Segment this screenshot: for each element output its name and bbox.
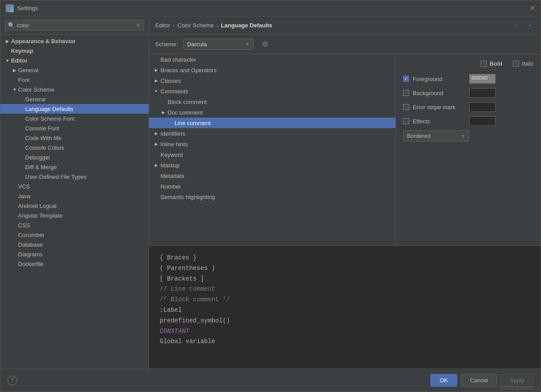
cancel-button[interactable]: Cancel: [461, 374, 497, 387]
sidebar-item-label: Android Logcat: [18, 203, 56, 209]
effects-checkbox[interactable]: [403, 118, 409, 124]
list-item-doc-comment[interactable]: Doc comment: [149, 107, 395, 118]
list-item-keyword[interactable]: Keyword: [149, 149, 395, 160]
sidebar-item-editor[interactable]: Editor: [0, 55, 149, 65]
sidebar-item-android-logcat[interactable]: Android Logcat: [0, 201, 149, 211]
preview-label: :Label: [160, 305, 530, 316]
scheme-bar: Scheme: Darcula ▼ ⚙: [149, 34, 541, 54]
search-input[interactable]: [17, 22, 136, 29]
sidebar-item-java[interactable]: Java: [0, 191, 149, 201]
sidebar-item-cs-general[interactable]: General: [0, 94, 149, 104]
arrow-icon: [153, 67, 160, 74]
foreground-label: Foreground: [413, 76, 466, 82]
sidebar-item-appearance[interactable]: Appearance & Behavior: [0, 36, 149, 46]
sidebar-item-color-scheme-font[interactable]: Color Scheme Font: [0, 114, 149, 123]
sidebar-item-angular-template[interactable]: Angular Template: [0, 211, 149, 220]
close-button[interactable]: ✕: [530, 5, 535, 12]
app-icon: [6, 4, 14, 12]
sidebar-item-database[interactable]: Database: [0, 240, 149, 249]
sidebar-item-debugger[interactable]: Debugger: [0, 152, 149, 162]
bold-option[interactable]: Bold: [481, 60, 502, 67]
error-stripe-checkbox[interactable]: [403, 104, 409, 110]
center-list: Bad character Braces and Operators Class…: [149, 54, 396, 245]
list-item-braces-ops[interactable]: Braces and Operators: [149, 65, 395, 75]
background-row: Background: [403, 88, 534, 98]
sidebar-item-dockerfile[interactable]: Dockerfile: [0, 259, 149, 269]
arrow-icon: [18, 134, 25, 141]
sidebar-item-console-colors[interactable]: Console Colors: [0, 143, 149, 152]
arrow-icon: [18, 115, 25, 122]
preview-global: Global variable: [160, 337, 530, 347]
sidebar-item-css[interactable]: CSS: [0, 220, 149, 230]
sidebar-item-label: VCS: [18, 183, 30, 190]
list-item-comments[interactable]: Comments: [149, 86, 395, 96]
ok-button[interactable]: OK: [430, 374, 457, 387]
bold-checkbox[interactable]: [481, 61, 487, 67]
sidebar-item-code-with-me[interactable]: Code With Me: [0, 133, 149, 143]
effects-type-value: Bordered: [407, 133, 458, 139]
italic-option[interactable]: Italic: [513, 60, 534, 67]
arrow-icon: [11, 76, 18, 83]
sidebar-item-user-defined[interactable]: User-Defined File Types: [0, 172, 149, 181]
sidebar-item-diagrams[interactable]: Diagrams: [0, 249, 149, 259]
effects-color-swatch[interactable]: [469, 116, 496, 126]
list-item-inline-hints[interactable]: Inline hints: [149, 139, 395, 149]
sidebar-item-language-defaults[interactable]: Language Defaults: [0, 104, 149, 114]
bottom-bar: ? OK Cancel Apply: [0, 369, 541, 392]
arrow-icon: [11, 222, 18, 229]
error-stripe-color-swatch[interactable]: [469, 102, 496, 112]
arrow-icon: [11, 202, 18, 209]
list-item-metadata[interactable]: Metadata: [149, 170, 395, 181]
background-color-swatch[interactable]: [469, 88, 496, 98]
foreground-checkbox[interactable]: [403, 76, 409, 82]
arrow-icon: [11, 183, 18, 190]
list-item-label: Block comment: [168, 99, 207, 105]
italic-checkbox[interactable]: [513, 61, 519, 67]
gear-button[interactable]: ⚙: [259, 38, 271, 50]
preview-constant: CONSTANT: [160, 326, 530, 337]
bold-label: Bold: [489, 60, 502, 67]
list-item-number[interactable]: Number: [149, 181, 395, 192]
list-item-label: Bad character: [160, 56, 196, 63]
arrow-icon: [18, 96, 25, 103]
format-row: Bold Italic: [403, 60, 534, 67]
sidebar-item-label: Language Defaults: [25, 106, 73, 112]
italic-label: Italic: [522, 60, 534, 67]
list-item-label: Number: [160, 183, 181, 190]
list-item-semantic-highlighting[interactable]: Semantic highlighting: [149, 192, 395, 202]
sidebar-item-label: Code With Me: [25, 135, 61, 141]
search-box: 🔍 ✕: [0, 16, 149, 34]
list-item-bad-char[interactable]: Bad character: [149, 54, 395, 65]
sidebar-item-cucumber[interactable]: Cucumber: [0, 230, 149, 240]
sidebar-item-diff-merge[interactable]: Diff & Merge: [0, 162, 149, 172]
help-button[interactable]: ?: [7, 376, 17, 385]
list-item-identifiers[interactable]: Identifiers: [149, 128, 395, 139]
sidebar-item-general[interactable]: General: [0, 65, 149, 75]
sidebar-item-label: Appearance & Behavior: [11, 38, 76, 44]
sidebar-item-font[interactable]: Font: [0, 75, 149, 85]
list-item-classes[interactable]: Classes: [149, 75, 395, 86]
foreground-color-swatch[interactable]: 808080: [469, 74, 496, 84]
sidebar-item-vcs[interactable]: VCS: [0, 181, 149, 191]
scheme-dropdown[interactable]: Darcula ▼: [183, 39, 254, 50]
nav-back-button[interactable]: ←: [511, 20, 522, 30]
list-item-markup[interactable]: Markup: [149, 160, 395, 170]
list-item-block-comment[interactable]: Block comment: [149, 96, 395, 107]
sidebar-item-keymap[interactable]: Keymap: [0, 46, 149, 55]
search-clear-button[interactable]: ✕: [136, 22, 141, 29]
list-item-label: Doc comment: [168, 109, 203, 116]
list-item-line-comment[interactable]: Line comment: [149, 118, 395, 128]
breadcrumb-sep2: ›: [216, 22, 218, 29]
background-checkbox[interactable]: [403, 90, 409, 96]
sidebar-item-color-scheme[interactable]: Color Scheme: [0, 85, 149, 94]
preview-braces: { Braces }: [160, 253, 530, 263]
nav-forward-button[interactable]: →: [524, 20, 534, 30]
search-icon: 🔍: [8, 22, 15, 29]
arrow-icon: [153, 151, 160, 158]
sidebar-item-label: User-Defined File Types: [25, 174, 86, 180]
main-content-area: 🔍 ✕ Appearance & Behavior Keymap: [0, 16, 541, 369]
sidebar-item-console-font[interactable]: Console Font: [0, 123, 149, 133]
sidebar-item-label: General: [25, 96, 45, 103]
effects-type-dropdown[interactable]: Bordered ▼: [403, 130, 469, 141]
settings-panel: Bold Italic Foreground 808080: [396, 54, 541, 245]
